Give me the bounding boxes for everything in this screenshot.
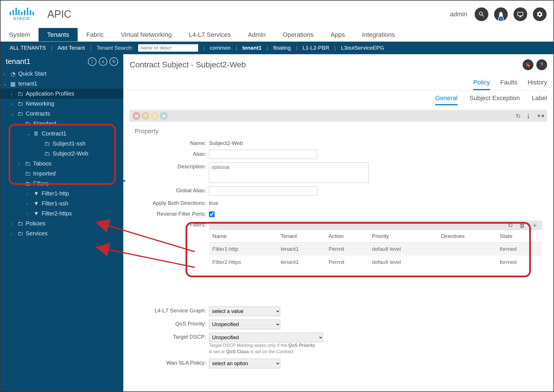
sidebar-action-2-icon[interactable]: ≡: [99, 57, 107, 66]
select-qos[interactable]: Unspecified: [209, 320, 280, 329]
fault-critical-icon[interactable]: ✖: [132, 112, 140, 120]
add-tenant-link[interactable]: Add Tenant: [53, 45, 90, 51]
refresh-icon[interactable]: ↻: [516, 112, 521, 119]
tab-tenants[interactable]: Tenants: [39, 28, 78, 41]
tree-contract1[interactable]: ⌄🗎Contract1: [1, 129, 123, 139]
tab-apps[interactable]: Apps: [322, 28, 353, 41]
tree-application-profiles[interactable]: ›🗀Application Profiles: [1, 89, 123, 99]
select-wan[interactable]: select an option: [209, 359, 280, 368]
table-row[interactable]: Filter2-https tenant1 Permit default lev…: [209, 256, 542, 269]
tenant-search-label: Tenant Search:: [91, 45, 138, 51]
sidebar-action-1-icon[interactable]: ⤴: [88, 57, 96, 66]
all-tenants-link[interactable]: ALL TENANTS: [5, 45, 51, 51]
tree-contracts[interactable]: ⌄🗀Contracts: [1, 109, 123, 119]
tenant-search-input[interactable]: [138, 44, 198, 52]
select-l4l7[interactable]: select a value: [209, 306, 280, 316]
tree-filter1-ssh[interactable]: ›▼Filter1-ssh: [1, 199, 123, 209]
tree-services[interactable]: ›🗀Services: [1, 229, 123, 239]
fault-warning-icon[interactable]: ◆: [160, 112, 168, 120]
sidebar-refresh-icon[interactable]: ↻: [110, 57, 118, 66]
tree-tenant-root[interactable]: ⌄▦tenant1: [1, 79, 123, 89]
filters-add-icon[interactable]: ＋: [532, 221, 538, 230]
input-alias[interactable]: [209, 150, 317, 159]
filter-icon: ▼: [33, 211, 39, 217]
bookmark-button[interactable]: 🔖: [523, 59, 533, 70]
content-pane: Contract Subject - Subject2-Web 🔖 ? Poli…: [123, 54, 553, 392]
input-description[interactable]: [209, 162, 369, 183]
subject-icon: 🗀: [44, 141, 50, 147]
tree-quick-start[interactable]: ›◔Quick Start: [1, 69, 123, 79]
subtab-label[interactable]: Label: [532, 94, 547, 105]
search-icon: [478, 11, 485, 18]
tree-imported[interactable]: 🗀Imported: [1, 169, 123, 179]
tree-filter1-http[interactable]: ›▼Filter1-http: [1, 189, 123, 199]
tree-subject1-ssh[interactable]: 🗀Subject1-ssh: [1, 139, 123, 149]
tenant-link-tenant1[interactable]: tenant1: [237, 45, 267, 51]
tab-history[interactable]: History: [528, 79, 547, 90]
alerts-bar: ✖ ▼ ▲ ◆ ↻ ⭳ ✶▾: [130, 110, 547, 122]
tab-faults[interactable]: Faults: [500, 79, 517, 90]
tab-system[interactable]: System: [1, 28, 39, 41]
col-action[interactable]: Action: [325, 230, 368, 243]
search-button[interactable]: [475, 7, 488, 21]
settings-button[interactable]: [533, 7, 547, 21]
subtab-subject-exception[interactable]: Subject Exception: [470, 94, 520, 105]
tab-virtual-networking[interactable]: Virtual Networking: [112, 28, 180, 41]
play-icon: ◔: [10, 71, 16, 77]
tab-integrations[interactable]: Integrations: [354, 28, 404, 41]
label-l4l7: L4-L7 Service Graph:: [135, 306, 209, 314]
sidebar-collapse-handle[interactable]: ◂: [122, 172, 126, 189]
filters-refresh-icon[interactable]: ↻: [508, 222, 513, 229]
tree-subject2-web[interactable]: 🗀Subject2-Web: [1, 149, 123, 159]
tab-operations[interactable]: Operations: [274, 28, 322, 41]
tenant-link-common[interactable]: common: [205, 45, 236, 51]
app-name: APIC: [47, 8, 450, 20]
tab-fabric[interactable]: Fabric: [78, 28, 112, 41]
label-apply-both: Apply Both Directions:: [135, 199, 209, 206]
col-directives[interactable]: Directives: [437, 230, 496, 243]
fault-major-icon[interactable]: ▼: [142, 112, 150, 120]
username[interactable]: admin: [450, 11, 467, 18]
label-global-alias: Global Alias:: [135, 186, 209, 194]
label-qos: QoS Priority:: [135, 320, 209, 327]
tree-policies[interactable]: ›🗀Policies: [1, 219, 123, 229]
tree-filter2-https[interactable]: ›▼Filter2-https: [1, 209, 123, 219]
bookmark-icon: 🔖: [525, 62, 531, 68]
filters-delete-icon[interactable]: 🗑: [519, 222, 525, 229]
tab-admin[interactable]: Admin: [239, 28, 274, 41]
input-global-alias[interactable]: [209, 186, 317, 195]
select-target-dscp[interactable]: Unspecified: [209, 333, 323, 342]
monitor-button[interactable]: [513, 7, 527, 21]
property-section: Property Name: Subject2-Web Alias: Descr…: [130, 128, 547, 368]
tenant-link-l3out[interactable]: L3outServiceEPG: [336, 45, 389, 51]
col-tenant[interactable]: Tenant: [277, 230, 325, 243]
folder-icon: 🗀: [17, 111, 23, 117]
help-button[interactable]: ?: [536, 59, 547, 70]
col-priority[interactable]: Priority: [368, 230, 437, 243]
sidebar: tenant1 ⤴ ≡ ↻ ›◔Quick Start ⌄▦tenant1 ›🗀…: [1, 54, 123, 392]
subject-icon: 🗀: [44, 151, 50, 157]
table-row[interactable]: Filter1-http tenant1 Permit default leve…: [209, 243, 542, 256]
col-state[interactable]: State: [496, 230, 542, 243]
tab-l4l7-services[interactable]: L4-L7 Services: [180, 28, 239, 41]
cisco-logo-text: CISCO: [13, 16, 30, 21]
download-icon[interactable]: ⭳: [526, 113, 531, 119]
tree-standard[interactable]: ⌄🗀Standard: [1, 119, 123, 129]
tools-icon[interactable]: ✶▾: [537, 112, 544, 119]
tab-policy[interactable]: Policy: [473, 79, 490, 90]
checkbox-reverse-filter[interactable]: [209, 211, 215, 217]
tenant-link-l1l2pbr[interactable]: L1-L2-PBR: [297, 45, 335, 51]
label-alias: Alias:: [135, 150, 209, 157]
fault-minor-icon[interactable]: ▲: [151, 112, 159, 120]
tree-taboos[interactable]: ›🗀Taboos: [1, 159, 123, 169]
notifications-button[interactable]: 1: [494, 7, 508, 21]
subtab-general[interactable]: General: [435, 94, 458, 105]
help-icon: ?: [541, 62, 543, 67]
col-name[interactable]: Name: [209, 230, 277, 243]
label-reverse-filter: Reverse Filter Ports:: [135, 210, 209, 217]
property-heading: Property: [135, 128, 542, 135]
folder-icon: 🗀: [17, 231, 23, 237]
tree-networking[interactable]: ›🗀Networking: [1, 99, 123, 109]
tenant-link-floating[interactable]: floating: [268, 45, 296, 51]
tree-filters[interactable]: ⌄🗀Filters: [1, 179, 123, 189]
